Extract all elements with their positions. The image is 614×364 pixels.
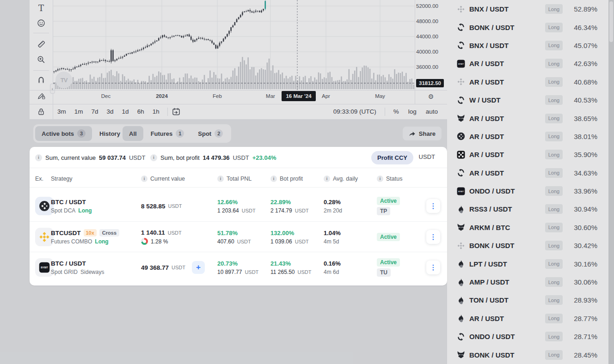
page-scrollbar[interactable]: [608, 0, 614, 364]
bybit-icon: BYBIT: [457, 60, 465, 68]
market-list-item[interactable]: TON / USDT Long 28.93%: [447, 291, 608, 309]
info-icon[interactable]: i: [377, 176, 383, 182]
status-badge: Active: [377, 233, 400, 241]
column-header-strategy: Strategy: [51, 176, 73, 182]
emoji-tool-icon[interactable]: [33, 17, 49, 30]
bot-table-row[interactable]: BYBITBTC / USDTSpot GRIDSideways49 368.7…: [30, 252, 447, 282]
direction-badge: Long: [545, 114, 563, 123]
pair-label: AR / USDT: [469, 169, 504, 177]
strategy-cell: BTC / USDTSpot DCALong: [51, 191, 92, 221]
market-list-item[interactable]: BNX / USDT Long 52.89%: [447, 0, 608, 18]
market-list-item[interactable]: BYBIT ONDO / USDT Long 33.96%: [447, 182, 608, 200]
svg-text:BYBIT: BYBIT: [41, 266, 48, 269]
market-list-item[interactable]: BONK / USDT Long 28.45%: [447, 346, 608, 364]
ruler-tool-icon[interactable]: [33, 37, 49, 50]
scrollbar-thumb[interactable]: [609, 1, 613, 42]
timeframe-button-3m[interactable]: 3m: [53, 108, 70, 115]
market-list-item[interactable]: ARKM / BTC Long 30.60%: [447, 218, 608, 237]
okx-icon: [457, 151, 465, 159]
draw-lock-tool-icon[interactable]: [33, 89, 49, 102]
info-icon[interactable]: i: [35, 154, 42, 161]
column-header-avg-daily: iAvg. daily: [324, 176, 358, 182]
direction-badge: Long: [545, 150, 563, 159]
strategy-line1: BTC / USDT: [51, 260, 104, 267]
scale-button-auto[interactable]: auto: [421, 108, 442, 115]
info-icon[interactable]: i: [217, 176, 224, 182]
direction-badge: Long: [545, 4, 563, 14]
market-list-item[interactable]: BNX / USDT Long 45.07%: [447, 36, 608, 55]
runtime: 4m 6d: [324, 269, 341, 275]
info-icon[interactable]: i: [150, 154, 157, 161]
bot-profit-amount-line: 2 174.79USDT: [270, 207, 309, 214]
timeframe-button-3d[interactable]: 3d: [103, 108, 118, 115]
share-button[interactable]: Share: [403, 127, 442, 140]
row-menu-button[interactable]: ⋮: [426, 261, 440, 274]
pair-label: AMP / USDT: [469, 278, 509, 286]
filter-tab-all[interactable]: All: [123, 126, 143, 141]
bot-table-row[interactable]: BTCUSDT10xCrossFutures COMBOLong1 140.11…: [30, 221, 447, 252]
direction-badge: Long: [545, 277, 563, 287]
magnet-tool-icon[interactable]: [33, 74, 49, 87]
chart-clock[interactable]: 09:33:09 (UTC): [329, 108, 381, 115]
flame-icon: [457, 278, 465, 286]
scale-button-%[interactable]: %: [389, 108, 404, 115]
market-list-item[interactable]: W / USDT Long 40.53%: [447, 91, 608, 109]
column-header-status: iStatus: [377, 176, 402, 182]
market-list-item[interactable]: AR / USDT Long 38.65%: [447, 109, 608, 127]
scale-button-log[interactable]: log: [404, 108, 421, 115]
total-pnl-amount: 10 897.77: [217, 269, 242, 275]
candlestick-chart[interactable]: [30, 0, 447, 119]
header-label: Avg. daily: [333, 176, 358, 182]
timeframe-button-1h[interactable]: 1h: [148, 108, 164, 115]
timeframe-button-6h[interactable]: 6h: [133, 108, 148, 115]
tab-active-bots[interactable]: Active bots3: [35, 126, 92, 141]
zoom-in-tool-icon[interactable]: [33, 53, 49, 66]
tab-count-badge: 2: [215, 129, 223, 138]
svg-text:BYBIT: BYBIT: [458, 190, 464, 192]
market-list-item[interactable]: AR / USDT Long 28.77%: [447, 309, 608, 328]
total-pnl-percent: 12.66%: [217, 199, 256, 206]
status-badge: Active: [377, 258, 400, 267]
info-icon[interactable]: i: [324, 176, 330, 182]
current-value-cell: 8 528.85USDT: [141, 191, 182, 221]
bull-icon: [457, 114, 465, 122]
row-menu-button[interactable]: ⋮: [426, 230, 440, 244]
timeframe-button-7d[interactable]: 7d: [87, 108, 103, 115]
binance-gray-exchange-icon: [457, 5, 465, 13]
info-icon[interactable]: i: [270, 176, 277, 182]
market-list-item[interactable]: AR / USDT Long 35.90%: [447, 146, 608, 164]
profit-ccy-option[interactable]: Profit CCY: [371, 151, 413, 164]
filter-tab-futures[interactable]: Futures1: [144, 126, 191, 141]
axis-settings-gear-icon[interactable]: ⚙: [425, 92, 436, 101]
lock-tool-icon[interactable]: [33, 105, 49, 118]
sum-current-value: i Sum, current value 59 037.74 USDT: [35, 147, 145, 168]
timeframe-button-1m[interactable]: 1m: [70, 108, 87, 115]
market-list-item[interactable]: AR / USDT Long 38.01%: [447, 127, 608, 146]
market-list-item[interactable]: BYBIT AR / USDT Long 42.63%: [447, 55, 608, 73]
direction-label: Sideways: [80, 269, 104, 275]
usdt-option[interactable]: USDT: [419, 153, 435, 160]
pair-name: BTC / USDT: [51, 260, 86, 267]
collapse-toolbar-handle[interactable]: ‹: [50, 84, 55, 94]
market-list-item[interactable]: AMP / USDT Long 30.06%: [447, 273, 608, 291]
market-list-item[interactable]: AR / USDT Long 40.68%: [447, 73, 608, 91]
go-to-date-icon[interactable]: [172, 107, 181, 116]
timeframe-button-1d[interactable]: 1d: [118, 108, 133, 115]
bot-table-row[interactable]: BTC / USDTSpot DCALong8 528.85USDT12.66%…: [30, 191, 447, 221]
market-list-item[interactable]: RSS3 / USDT Long 30.94%: [447, 200, 608, 218]
market-list-item[interactable]: LPT / USDT Long 30.16%: [447, 255, 608, 273]
info-icon[interactable]: i: [141, 176, 147, 182]
currency-unit: USDT: [298, 269, 312, 275]
market-list-item[interactable]: ONDO / USDT Long 28.71%: [447, 328, 608, 346]
market-list-item[interactable]: BONK / USDT Long 46.34%: [447, 18, 608, 36]
market-list-item[interactable]: BONK / USDT Long 30.42%: [447, 237, 608, 255]
pair-label: ARKM / BTC: [469, 224, 510, 231]
row-menu-button[interactable]: ⋮: [426, 199, 440, 213]
text-tool-icon[interactable]: T: [33, 2, 49, 15]
binance-gray-icon: [457, 242, 465, 250]
filter-tab-spot[interactable]: Spot2: [191, 126, 229, 141]
add-funds-button[interactable]: +: [192, 261, 205, 274]
direction-badge: Long: [545, 314, 563, 323]
profit-percent: 33.96%: [574, 187, 597, 195]
market-list-item[interactable]: AR / USDT Long 34.63%: [447, 164, 608, 182]
